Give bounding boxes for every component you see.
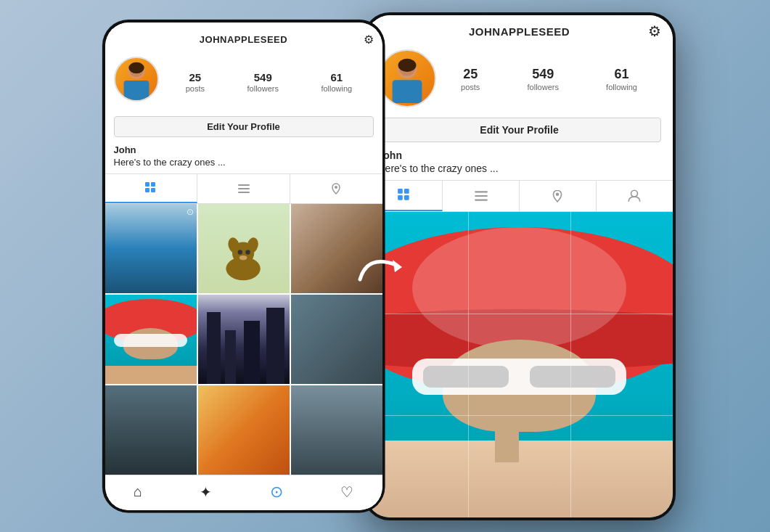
grid-cell-2[interactable] bbox=[198, 204, 290, 293]
left-avatar bbox=[114, 57, 159, 102]
right-followers-label: followers bbox=[528, 83, 559, 91]
right-following-number: 61 bbox=[614, 67, 628, 82]
grid-cell-9[interactable] bbox=[291, 385, 382, 475]
glasses bbox=[412, 359, 626, 396]
right-username: JOHNAPPLESEED bbox=[469, 25, 570, 38]
left-edit-profile-button[interactable]: Edit Your Profile bbox=[114, 116, 374, 137]
right-avatar-image bbox=[382, 54, 432, 103]
left-stat-posts: 25 posts bbox=[186, 71, 205, 93]
grid-cell-4[interactable] bbox=[105, 295, 197, 384]
grid-cell-7[interactable] bbox=[105, 385, 197, 475]
grid-cell-3[interactable] bbox=[291, 204, 382, 293]
right-tab-list[interactable] bbox=[443, 181, 520, 211]
finger bbox=[495, 401, 520, 462]
shoulder-area bbox=[366, 441, 673, 517]
right-bio-name: John bbox=[378, 150, 661, 161]
svg-rect-5 bbox=[151, 182, 155, 187]
svg-point-31 bbox=[556, 192, 559, 195]
grid-cell-8[interactable] bbox=[198, 385, 290, 475]
left-following-label: following bbox=[321, 84, 352, 93]
left-avatar-image bbox=[115, 58, 157, 100]
left-tab-location[interactable] bbox=[290, 174, 382, 203]
left-followers-number: 549 bbox=[254, 71, 272, 83]
right-stats-numbers: 25 posts 549 followers 61 following bbox=[438, 67, 661, 91]
right-followers-number: 549 bbox=[532, 67, 554, 82]
right-following-label: following bbox=[606, 83, 637, 91]
left-phone: JOHNAPPLESEED ⚙ bbox=[102, 20, 385, 513]
dog-silhouette bbox=[211, 226, 275, 288]
right-username-row: JOHNAPPLESEED ⚙ bbox=[378, 21, 661, 42]
svg-point-18 bbox=[239, 255, 247, 260]
right-gear-icon[interactable]: ⚙ bbox=[648, 22, 661, 40]
left-bio-text: Here's to the crazy ones ... bbox=[114, 157, 374, 168]
right-grid-icon bbox=[397, 188, 411, 202]
left-followers-label: followers bbox=[247, 84, 279, 93]
svg-point-16 bbox=[238, 250, 242, 255]
explore-icon[interactable]: ✦ bbox=[200, 483, 212, 501]
right-tab-bar bbox=[366, 180, 673, 212]
main-scene: JOHNAPPLESEED ⚙ bbox=[0, 0, 770, 532]
right-phone-screen: JOHNAPPLESEED ⚙ bbox=[366, 15, 673, 517]
right-edit-profile-button[interactable]: Edit Your Profile bbox=[378, 118, 661, 142]
right-profile-header: JOHNAPPLESEED ⚙ bbox=[366, 15, 673, 180]
right-posts-label: posts bbox=[461, 83, 480, 91]
svg-rect-26 bbox=[398, 195, 403, 200]
right-phone: JOHNAPPLESEED ⚙ bbox=[364, 12, 676, 520]
right-avatar bbox=[378, 49, 436, 107]
right-avatar-area bbox=[378, 49, 438, 109]
svg-point-3 bbox=[128, 62, 144, 73]
camera-icon[interactable]: ⊙ bbox=[270, 483, 283, 502]
svg-rect-28 bbox=[475, 191, 488, 192]
grid-cell-6[interactable] bbox=[291, 295, 382, 384]
left-tab-grid[interactable] bbox=[105, 174, 198, 203]
woman-photo-container bbox=[366, 212, 673, 517]
svg-point-32 bbox=[631, 190, 638, 197]
right-posts-number: 25 bbox=[463, 67, 478, 82]
hat-highlight bbox=[412, 227, 626, 349]
left-tab-bar bbox=[105, 173, 382, 204]
left-stats-numbers: 25 posts 549 followers 61 following bbox=[165, 71, 374, 93]
svg-point-23 bbox=[398, 58, 416, 71]
svg-rect-6 bbox=[145, 188, 150, 192]
svg-rect-10 bbox=[238, 192, 250, 193]
svg-rect-1 bbox=[123, 80, 149, 99]
left-bio-name: John bbox=[114, 144, 374, 155]
svg-rect-9 bbox=[238, 188, 250, 189]
left-tab-list[interactable] bbox=[197, 174, 290, 203]
right-person-icon bbox=[627, 189, 642, 203]
svg-rect-30 bbox=[475, 199, 488, 200]
svg-rect-7 bbox=[151, 188, 155, 192]
left-profile-header: JOHNAPPLESEED ⚙ bbox=[105, 22, 382, 173]
heart-icon[interactable]: ♡ bbox=[340, 483, 353, 501]
left-bio-section: John Here's to the crazy ones ... bbox=[114, 143, 374, 173]
left-bottom-nav: ⌂ ✦ ⊙ ♡ bbox=[105, 475, 382, 510]
grid-cell-1[interactable]: ⊙ bbox=[105, 204, 197, 293]
svg-rect-8 bbox=[238, 184, 250, 186]
left-stats-row: 25 posts 549 followers 61 following bbox=[114, 49, 374, 113]
left-photo-grid: ⊙ bbox=[105, 204, 382, 475]
home-icon[interactable]: ⌂ bbox=[134, 483, 142, 500]
right-list-icon bbox=[474, 189, 488, 203]
svg-rect-25 bbox=[404, 189, 409, 194]
right-stat-followers: 549 followers bbox=[528, 67, 559, 91]
left-gear-icon[interactable]: ⚙ bbox=[364, 33, 374, 46]
left-posts-label: posts bbox=[186, 84, 205, 93]
grid-icon bbox=[144, 181, 157, 195]
left-stat-followers: 549 followers bbox=[247, 71, 279, 93]
left-username-row: JOHNAPPLESEED ⚙ bbox=[114, 30, 374, 49]
left-stat-following: 61 following bbox=[321, 71, 352, 93]
right-big-photo bbox=[366, 212, 673, 517]
grid-cell-5[interactable] bbox=[198, 295, 290, 384]
left-posts-number: 25 bbox=[189, 71, 202, 83]
svg-point-11 bbox=[335, 186, 337, 189]
left-following-number: 61 bbox=[330, 71, 343, 83]
left-phone-screen: JOHNAPPLESEED ⚙ bbox=[105, 22, 382, 510]
right-phone-wrapper: JOHNAPPLESEED ⚙ bbox=[364, 12, 683, 520]
svg-rect-21 bbox=[392, 80, 422, 103]
svg-rect-4 bbox=[145, 182, 150, 187]
svg-rect-27 bbox=[404, 195, 409, 200]
svg-rect-24 bbox=[398, 189, 403, 194]
right-bio-section: John Here's to the crazy ones ... bbox=[378, 148, 661, 180]
right-tab-person[interactable] bbox=[597, 181, 673, 211]
right-tab-location[interactable] bbox=[520, 181, 597, 211]
